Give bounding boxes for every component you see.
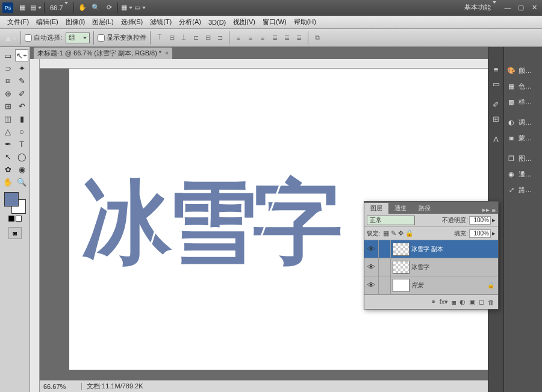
type-tool[interactable]: T xyxy=(15,138,28,150)
opacity-input[interactable]: 100% xyxy=(469,216,491,225)
camera-tool[interactable]: ◉ xyxy=(15,163,28,175)
rotate-view-icon[interactable]: ⟳ xyxy=(103,2,115,14)
dock-layers[interactable]: ❒图… xyxy=(504,151,542,166)
dock-styles[interactable]: ▩样… xyxy=(504,94,542,110)
menu-file[interactable]: 文件(F) xyxy=(4,16,33,28)
link-layers-icon[interactable]: ⚭ xyxy=(431,298,436,306)
dock-color[interactable]: 🎨颜… xyxy=(504,63,542,78)
menu-view[interactable]: 视图(V) xyxy=(229,16,259,28)
menu-filter[interactable]: 滤镜(T) xyxy=(146,16,175,28)
crop-tool[interactable]: ⧈ xyxy=(1,75,14,87)
layer-row[interactable]: 👁 冰雪字 xyxy=(364,258,498,276)
hand-tool[interactable]: ✋ xyxy=(1,176,14,188)
tab-close-icon[interactable]: × xyxy=(165,50,169,57)
menu-3d[interactable]: 3D(D) xyxy=(205,17,229,27)
menu-layer[interactable]: 图层(L) xyxy=(89,16,117,28)
arrange-docs-icon[interactable]: ▦ xyxy=(120,2,132,14)
status-doc-size[interactable]: 文档:11.1M/789.2K xyxy=(82,382,148,391)
minimize-button[interactable]: — xyxy=(502,4,513,11)
layer-name[interactable]: 冰雪字 副本 xyxy=(411,245,498,254)
zoom-tool[interactable]: 🔍 xyxy=(15,176,28,188)
layer-thumbnail[interactable] xyxy=(393,243,410,256)
link-cell[interactable] xyxy=(379,258,391,276)
align-hcenter-icon[interactable]: ⊟ xyxy=(202,33,213,43)
align-left-icon[interactable]: ⊏ xyxy=(190,33,201,43)
new-layer-icon[interactable]: ◻ xyxy=(479,298,484,306)
link-cell[interactable] xyxy=(379,240,391,258)
dist-4-icon[interactable]: ≣ xyxy=(269,33,280,43)
auto-select-checkbox[interactable]: 自动选择: xyxy=(25,33,62,42)
zoom-tool-icon[interactable]: 🔍 xyxy=(90,2,102,14)
actions-panel-icon[interactable]: ▭ xyxy=(490,77,503,90)
lock-transparent-icon[interactable]: ▦ xyxy=(383,229,389,237)
character-panel-icon[interactable]: A xyxy=(490,132,503,146)
opacity-flyout-icon[interactable]: ▸ xyxy=(492,216,496,224)
shape-tool[interactable]: ◯ xyxy=(15,151,28,163)
zoom-display[interactable]: 66.7 xyxy=(46,4,72,11)
dock-paths[interactable]: ⤢路… xyxy=(504,182,542,198)
lock-position-icon[interactable]: ✥ xyxy=(398,229,403,237)
menu-window[interactable]: 窗口(W) xyxy=(259,16,290,28)
workspace-switcher[interactable]: 基本功能 xyxy=(461,2,500,13)
3d-tool[interactable]: ✿ xyxy=(1,163,14,175)
dock-swatches[interactable]: ▦色… xyxy=(504,78,542,94)
pen-tool[interactable]: ✒ xyxy=(1,138,14,150)
dock-masks[interactable]: ◙蒙… xyxy=(504,130,542,146)
dist-2-icon[interactable]: ≡ xyxy=(245,33,256,43)
visibility-toggle-icon[interactable]: 👁 xyxy=(364,258,379,276)
brush-panel-icon[interactable]: ✐ xyxy=(490,98,503,111)
menu-help[interactable]: 帮助(H) xyxy=(290,16,320,28)
layer-name[interactable]: 冰雪字 xyxy=(411,263,498,272)
heal-tool[interactable]: ⊕ xyxy=(1,87,14,99)
dist-5-icon[interactable]: ≣ xyxy=(281,33,292,43)
layer-group-icon[interactable]: ▣ xyxy=(469,298,475,306)
layers-panel[interactable]: 图层 通道 路径 ▸▸≡ 正常 不透明度: 100% ▸ 锁定: ▦ ✎ ✥ 🔒… xyxy=(364,201,499,310)
layers-tab[interactable]: 图层 xyxy=(364,203,388,214)
layer-thumbnail[interactable] xyxy=(393,279,410,292)
lock-pixels-icon[interactable]: ✎ xyxy=(391,229,396,237)
document-tab[interactable]: 未标题-1 @ 66.7% (冰雪字 副本, RGB/8) *× xyxy=(34,48,172,59)
layer-fx-icon[interactable]: fx▾ xyxy=(440,298,449,306)
align-bottom-icon[interactable]: ⟘ xyxy=(178,33,189,43)
panel-menu-icon[interactable]: ≡ xyxy=(492,207,496,214)
dock-adjustments[interactable]: ◐调… xyxy=(504,114,542,130)
align-top-icon[interactable]: ⟙ xyxy=(154,33,165,43)
layer-row[interactable]: 👁 冰雪字 副本 xyxy=(364,240,498,258)
auto-align-icon[interactable]: ⧉ xyxy=(312,33,323,43)
dist-6-icon[interactable]: ≣ xyxy=(293,33,304,43)
visibility-toggle-icon[interactable]: 👁 xyxy=(364,276,379,294)
menu-image[interactable]: 图像(I) xyxy=(62,16,89,28)
foreground-color-swatch[interactable] xyxy=(4,192,19,207)
default-colors-icon[interactable] xyxy=(8,216,14,222)
close-button[interactable]: ✕ xyxy=(529,4,540,11)
path-select-tool[interactable]: ↖ xyxy=(1,151,14,163)
clone-panel-icon[interactable]: ⊞ xyxy=(490,112,503,125)
link-cell[interactable] xyxy=(379,276,391,294)
quick-mask-button[interactable]: ◙ xyxy=(8,227,22,239)
maximize-button[interactable]: ▢ xyxy=(516,4,526,11)
gradient-tool[interactable]: ▮ xyxy=(15,113,28,125)
channels-tab[interactable]: 通道 xyxy=(388,203,413,214)
menu-analysis[interactable]: 分析(A) xyxy=(175,16,205,28)
wand-tool[interactable]: ✦ xyxy=(15,62,28,74)
layer-name[interactable]: 背景 xyxy=(411,281,487,290)
delete-layer-icon[interactable]: 🗑 xyxy=(488,299,494,306)
swap-colors-icon[interactable] xyxy=(16,216,22,222)
current-tool-icon[interactable]: ▲+ xyxy=(4,32,16,44)
menu-select[interactable]: 选择(S) xyxy=(117,16,147,28)
eraser-tool[interactable]: ◫ xyxy=(1,113,14,125)
stamp-tool[interactable]: ⊞ xyxy=(1,100,14,112)
fill-input[interactable]: 100% xyxy=(469,229,491,238)
lock-all-icon[interactable]: 🔒 xyxy=(405,229,414,237)
panel-collapse-icon[interactable]: ▸▸ xyxy=(482,206,490,214)
eyedropper-tool[interactable]: ✎ xyxy=(15,75,28,87)
dock-channels[interactable]: ◉通… xyxy=(504,166,542,182)
move-tool[interactable]: ↖+ xyxy=(15,49,28,61)
layer-row[interactable]: 👁 背景 🔒 xyxy=(364,276,498,294)
dodge-tool[interactable]: ○ xyxy=(15,125,28,137)
bridge-icon[interactable]: ▦ xyxy=(16,2,28,14)
horizontal-ruler[interactable] xyxy=(40,59,532,69)
screen-mode-icon[interactable]: ▭ xyxy=(134,2,146,14)
brush-tool[interactable]: ✐ xyxy=(15,87,28,99)
align-vcenter-icon[interactable]: ⊟ xyxy=(166,33,177,43)
